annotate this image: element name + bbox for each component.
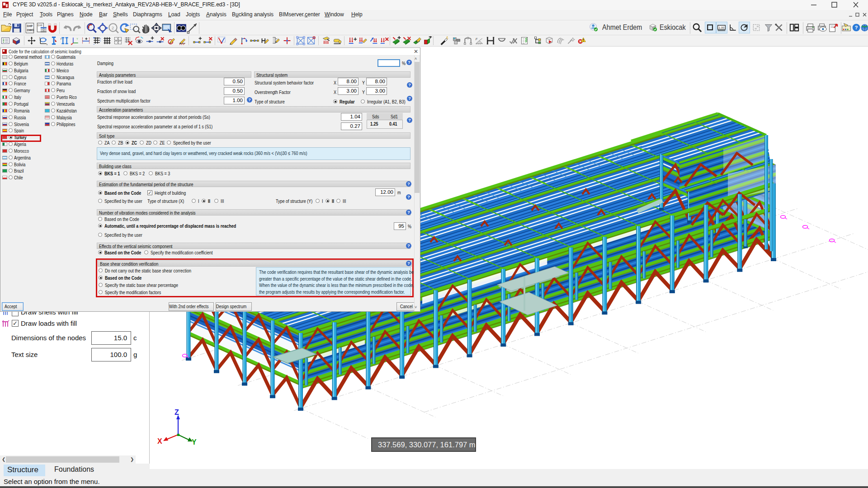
svg-text:DWG: DWG [27,28,34,32]
svg-text:F: F [476,37,478,41]
svg-text:Y: Y [76,38,78,40]
svg-text:x: x [47,43,48,45]
svg-text:Z: Z [175,408,179,416]
svg-text:2: 2 [100,40,101,42]
svg-text:a: a [94,43,95,45]
svg-text:DXF: DXF [27,24,33,28]
svg-text:?: ? [855,25,858,30]
svg-text:337.569, 330.077, 161.797 m: 337.569, 330.077, 161.797 m [378,441,476,449]
svg-text:DXF: DXF [38,24,43,27]
svg-text:X: X [157,437,162,445]
svg-text:1.00: 1.00 [719,26,725,29]
svg-text:Y: Y [192,438,197,446]
svg-text:2: 2 [112,25,114,30]
